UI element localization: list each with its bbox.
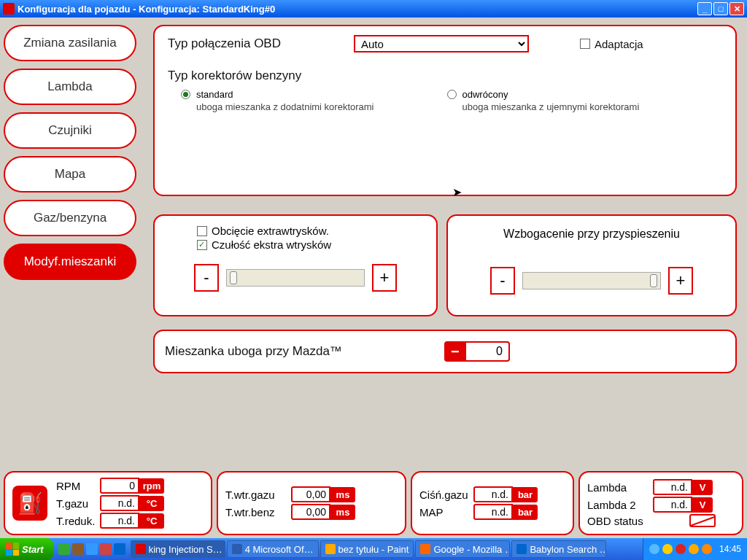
obd-type-select[interactable]: Auto <box>354 35 529 52</box>
windows-logo-icon <box>6 542 19 556</box>
cisn-unit: bar <box>513 487 538 502</box>
window-titlebar: Konfiguracja dla pojazdu - Konfiguracja:… <box>0 0 747 18</box>
sensitivity-slider-thumb[interactable] <box>230 271 237 284</box>
tab-gaz-benzyna[interactable]: Gaz/benzyna <box>4 200 136 236</box>
obd-type-label: Typ połączenia OBD <box>168 36 281 51</box>
task-icon <box>516 544 527 554</box>
sensitivity-slider[interactable] <box>226 269 365 287</box>
panel-enrichment: Wzbogacenie przy przyspieszeniu - + <box>446 214 737 316</box>
lambda-value: n.d. <box>653 479 692 495</box>
enrichment-minus-button[interactable]: - <box>490 267 515 295</box>
obdstatus-label: OBD status <box>587 515 653 527</box>
cut-extra-checkbox[interactable] <box>197 226 207 236</box>
cisn-label: Ciśń.gazu <box>419 489 473 501</box>
rpm-label: RPM <box>56 480 100 492</box>
tray-icon[interactable] <box>662 544 673 554</box>
twgaz-unit: ms <box>330 487 355 502</box>
mazda-value[interactable]: 0 <box>466 341 510 362</box>
radio-standard-desc: uboga mieszanka z dodatnimi korektorami <box>196 101 374 112</box>
ql-icon[interactable] <box>100 543 112 555</box>
window-title: Konfiguracja dla pojazdu - Konfiguracja:… <box>18 4 275 15</box>
tray-icon[interactable] <box>702 544 712 554</box>
sidebar: Zmiana zasilania Lambda Czujniki Mapa Ga… <box>4 25 142 287</box>
close-button[interactable]: ✕ <box>729 2 744 15</box>
radio-standard-option[interactable]: standard uboga mieszanka z dodatnimi kor… <box>181 89 374 112</box>
status-panel-2: T.wtr.gazu 0,00 ms T.wtr.benz 0,00 ms <box>217 471 406 535</box>
tab-mapa[interactable]: Mapa <box>4 156 136 192</box>
map-label: MAP <box>419 506 473 518</box>
status-panel-1: ⛽ RPM 0 rpm T.gazu n.d. °C T.reduk. n.d.… <box>4 471 212 535</box>
map-value: n.d. <box>473 504 513 520</box>
tab-lambda[interactable]: Lambda <box>4 69 136 105</box>
sensitivity-minus-button[interactable]: - <box>194 264 219 292</box>
task-icon <box>232 544 242 554</box>
rpm-value: 0 <box>100 478 139 494</box>
fuel-pump-icon: ⛽ <box>12 486 47 521</box>
adaptacja-label: Adaptacja <box>595 38 643 50</box>
tray-icon[interactable] <box>649 544 659 554</box>
taskbar: Start king Injection S… 4 Microsoft Of… … <box>0 538 747 560</box>
task-icon <box>325 544 336 554</box>
panel-extra-injection: Obcięcie extrawtrysków. Czułość ekstra w… <box>153 214 438 316</box>
correctors-label: Typ korektorów benzyny <box>168 69 301 82</box>
tab-modyf-mieszanki[interactable]: Modyf.mieszanki <box>4 244 136 280</box>
taskbar-item[interactable]: bez tytułu - Paint <box>320 540 414 558</box>
treduk-label: T.reduk. <box>56 515 100 527</box>
minimize-button[interactable]: _ <box>697 2 712 15</box>
start-button[interactable]: Start <box>0 538 54 560</box>
adaptacja-checkbox[interactable] <box>580 39 590 49</box>
taskbar-item[interactable]: Babylon Search … <box>511 540 606 558</box>
twbenz-label: T.wtr.benz <box>225 506 291 518</box>
map-unit: bar <box>513 505 538 520</box>
enrichment-label: Wzbogacenie przy przyspieszeniu <box>458 228 725 241</box>
system-tray: 14:45 <box>643 538 747 560</box>
tab-czujniki[interactable]: Czujniki <box>4 112 136 149</box>
panel-mazda: Mieszanka uboga przy Mazda™ − 0 <box>153 330 737 373</box>
enrichment-plus-button[interactable]: + <box>668 267 693 295</box>
taskbar-item[interactable]: Google - Mozilla … <box>415 540 510 558</box>
ql-icon[interactable] <box>72 543 84 555</box>
obd-connector-icon <box>689 514 716 527</box>
clock[interactable]: 14:45 <box>719 544 741 554</box>
radio-inverted-option[interactable]: odwrócony uboga mieszanka z ujemnymi kor… <box>447 89 640 112</box>
status-panel-3: Ciśń.gazu n.d. bar MAP n.d. bar <box>411 471 574 535</box>
ql-icon[interactable] <box>114 543 125 555</box>
enrichment-slider-thumb[interactable] <box>650 274 657 287</box>
mazda-label: Mieszanka uboga przy Mazda™ <box>165 344 342 359</box>
task-icon <box>136 544 146 554</box>
treduk-value: n.d. <box>100 513 139 529</box>
twgaz-value: 0,00 <box>291 486 330 502</box>
lambda-unit: V <box>692 480 713 495</box>
ql-icon[interactable] <box>86 543 98 555</box>
status-bar: ⛽ RPM 0 rpm T.gazu n.d. °C T.reduk. n.d.… <box>4 471 743 535</box>
status-panel-4: Lambda n.d. V Lambda 2 n.d. V OBD status <box>578 471 743 535</box>
ql-icon[interactable] <box>58 543 70 555</box>
lambda2-unit: V <box>692 497 713 513</box>
radio-inverted-desc: uboga mieszanka z ujemnymi korektorami <box>462 101 640 112</box>
twgaz-label: T.wtr.gazu <box>225 489 291 501</box>
taskbar-item[interactable]: king Injection S… <box>131 540 225 558</box>
tab-zmiana-zasilania[interactable]: Zmiana zasilania <box>4 25 136 61</box>
enrichment-slider[interactable] <box>522 272 661 289</box>
taskbar-item[interactable]: 4 Microsoft Of… <box>227 540 319 558</box>
sensitivity-extra-label: Czułość ekstra wtrysków <box>212 238 331 251</box>
radio-inverted-label: odwrócony <box>462 89 508 100</box>
sensitivity-extra-checkbox[interactable] <box>197 240 207 250</box>
tray-icon[interactable] <box>689 544 699 554</box>
mazda-minus-button[interactable]: − <box>444 341 466 362</box>
cut-extra-label: Obcięcie extrawtrysków. <box>212 225 329 237</box>
lambda2-label: Lambda 2 <box>587 499 653 511</box>
radio-inverted[interactable] <box>447 90 457 99</box>
maximize-button[interactable]: □ <box>713 2 728 15</box>
lambda2-value: n.d. <box>653 497 692 513</box>
tgaz-label: T.gazu <box>56 497 100 510</box>
sensitivity-plus-button[interactable]: + <box>372 264 397 292</box>
rpm-unit: rpm <box>139 478 164 494</box>
treduk-unit: °C <box>139 513 164 529</box>
radio-standard[interactable] <box>181 90 190 99</box>
tgaz-value: n.d. <box>100 495 139 511</box>
task-icon <box>420 544 430 554</box>
app-icon <box>3 3 15 15</box>
tray-icon[interactable] <box>676 544 686 554</box>
lambda-label: Lambda <box>587 481 653 494</box>
